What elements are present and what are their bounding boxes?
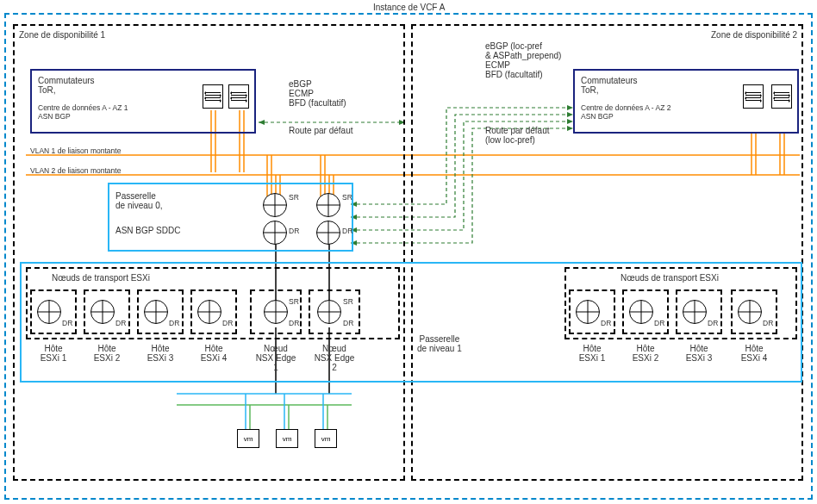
- ebgp-left-label: eBGP ECMP BFD (facultatif): [289, 79, 346, 108]
- az1-host-1-label: Hôte ESXi 1: [34, 344, 72, 363]
- az1-host-2-router: [90, 300, 115, 324]
- edge-1-dr: DR: [289, 319, 299, 327]
- az2-switch-1: [743, 84, 764, 109]
- az2-host-4-dr: DR: [763, 319, 773, 327]
- edge-2-router: [317, 300, 341, 324]
- az1-host-2-label: Hôte ESXi 2: [88, 344, 126, 363]
- az2-tor-title: Commutateurs ToR,: [581, 76, 638, 95]
- vm-2: vm: [276, 429, 298, 448]
- vlan1-label: VLAN 1 de liaison montante: [30, 146, 121, 155]
- az2-host-1-dr: DR: [601, 319, 611, 327]
- sr-label-1: SR: [289, 193, 299, 202]
- tier0-router-dr-2: [316, 221, 340, 245]
- edge-1-router: [264, 300, 288, 324]
- vm-1: vm: [237, 429, 259, 448]
- ebgp-right-label: eBGP (loc-pref & ASPath_prepend) ECMP BF…: [485, 41, 561, 79]
- az2-host-3-router: [683, 300, 707, 324]
- route-left-label: Route par défaut: [289, 126, 353, 135]
- az1-title: Zone de disponibilité 1: [19, 30, 105, 40]
- az2-host-2-dr: DR: [654, 319, 664, 327]
- dr-label-2: DR: [342, 227, 352, 235]
- tier0-title: Passerelle de niveau 0,: [115, 191, 163, 210]
- az2-tor-subtitle: Centre de données A - AZ 2 ASN BGP: [581, 103, 670, 121]
- az1-host-4-label: Hôte ESXi 4: [195, 344, 233, 363]
- vlan2-label: VLAN 2 de liaison montante: [30, 166, 121, 175]
- az2-transport-title: Nœuds de transport ESXi: [621, 273, 719, 283]
- tier0-router-sr-2: [316, 193, 340, 217]
- edge-2-dr: DR: [343, 319, 353, 327]
- az2-host-4-router: [738, 300, 762, 324]
- az2-host-2-router: [629, 300, 653, 324]
- az2-host-3-dr: DR: [708, 319, 718, 327]
- sr-label-2: SR: [342, 193, 352, 202]
- az1-switch-2: [228, 84, 249, 109]
- az2-switch-2: [771, 84, 792, 109]
- az2-host-4-label: Hôte ESXi 4: [735, 344, 773, 363]
- az1-transport-title: Nœuds de transport ESXi: [52, 273, 150, 283]
- az1-host-1-router: [37, 300, 61, 324]
- instance-title: Instance de VCF A: [371, 3, 447, 12]
- dr-label-1: DR: [289, 227, 299, 235]
- edge-2-sr: SR: [343, 297, 353, 306]
- tier0-asn: ASN BGP SDDC: [115, 226, 180, 235]
- az1-host-3-dr: DR: [169, 319, 179, 327]
- edge-2-label: Nœud NSX Edge 2: [311, 344, 358, 372]
- route-right-label: Route par défaut (low loc-pref): [485, 126, 550, 145]
- edge-1-sr: SR: [289, 297, 299, 306]
- az1-tor-subtitle: Centre de données A - AZ 1 ASN BGP: [38, 103, 128, 121]
- az2-host-2-label: Hôte ESXi 2: [627, 344, 664, 363]
- az2-title: Zone de disponibilité 2: [711, 30, 797, 40]
- az1-host-2-dr: DR: [115, 319, 126, 327]
- az2-host-1-label: Hôte ESXi 1: [573, 344, 611, 363]
- az2-host-3-label: Hôte ESXi 3: [680, 344, 718, 363]
- tier1-label: Passerelle de niveau 1: [417, 334, 462, 353]
- az1-switch-1: [203, 84, 223, 109]
- az1-host-3-label: Hôte ESXi 3: [141, 344, 179, 363]
- vm-3: vm: [315, 429, 337, 448]
- az2-host-1-router: [576, 300, 600, 324]
- az1-tor-title: Commutateurs ToR,: [38, 76, 95, 95]
- tier0-router-dr-1: [263, 221, 287, 245]
- az1-host-4-router: [197, 300, 221, 324]
- az1-host-3-router: [144, 300, 168, 324]
- az1-host-4-dr: DR: [222, 319, 233, 327]
- edge-1-label: Nœud NSX Edge 1: [253, 344, 299, 372]
- az1-host-1-dr: DR: [62, 319, 72, 327]
- tier0-router-sr-1: [263, 193, 287, 217]
